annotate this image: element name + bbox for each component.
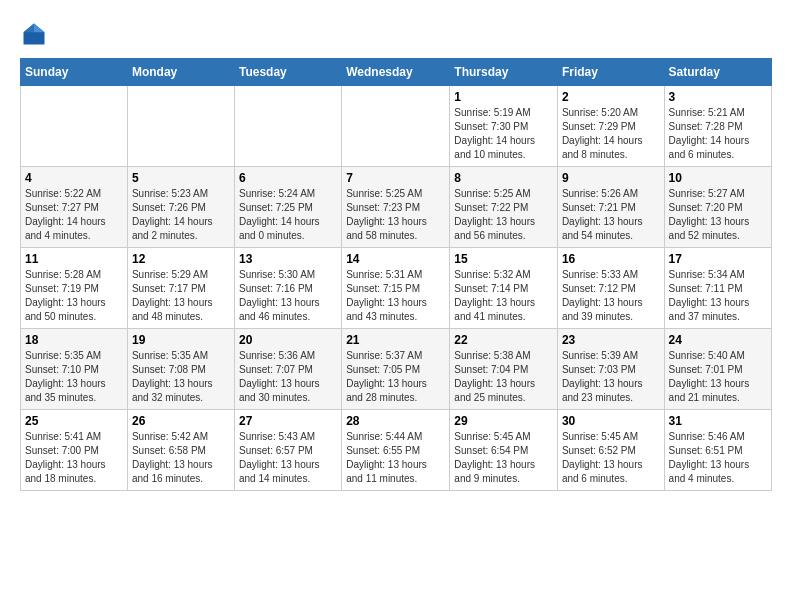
weekday-header: Sunday <box>21 59 128 86</box>
day-info: Sunrise: 5:24 AM Sunset: 7:25 PM Dayligh… <box>239 187 337 243</box>
calendar-cell: 3Sunrise: 5:21 AM Sunset: 7:28 PM Daylig… <box>664 86 771 167</box>
page-header <box>20 20 772 48</box>
calendar-cell: 8Sunrise: 5:25 AM Sunset: 7:22 PM Daylig… <box>450 167 558 248</box>
weekday-header: Friday <box>557 59 664 86</box>
calendar-cell: 16Sunrise: 5:33 AM Sunset: 7:12 PM Dayli… <box>557 248 664 329</box>
day-info: Sunrise: 5:40 AM Sunset: 7:01 PM Dayligh… <box>669 349 767 405</box>
calendar-cell: 25Sunrise: 5:41 AM Sunset: 7:00 PM Dayli… <box>21 410 128 491</box>
day-info: Sunrise: 5:32 AM Sunset: 7:14 PM Dayligh… <box>454 268 553 324</box>
day-info: Sunrise: 5:31 AM Sunset: 7:15 PM Dayligh… <box>346 268 445 324</box>
day-info: Sunrise: 5:39 AM Sunset: 7:03 PM Dayligh… <box>562 349 660 405</box>
weekday-row: SundayMondayTuesdayWednesdayThursdayFrid… <box>21 59 772 86</box>
day-info: Sunrise: 5:44 AM Sunset: 6:55 PM Dayligh… <box>346 430 445 486</box>
day-info: Sunrise: 5:35 AM Sunset: 7:10 PM Dayligh… <box>25 349 123 405</box>
logo-icon <box>20 20 48 48</box>
day-info: Sunrise: 5:43 AM Sunset: 6:57 PM Dayligh… <box>239 430 337 486</box>
day-number: 7 <box>346 171 445 185</box>
day-number: 9 <box>562 171 660 185</box>
calendar-cell: 11Sunrise: 5:28 AM Sunset: 7:19 PM Dayli… <box>21 248 128 329</box>
calendar-cell: 13Sunrise: 5:30 AM Sunset: 7:16 PM Dayli… <box>235 248 342 329</box>
weekday-header: Tuesday <box>235 59 342 86</box>
day-number: 12 <box>132 252 230 266</box>
day-info: Sunrise: 5:38 AM Sunset: 7:04 PM Dayligh… <box>454 349 553 405</box>
day-info: Sunrise: 5:21 AM Sunset: 7:28 PM Dayligh… <box>669 106 767 162</box>
calendar-cell: 5Sunrise: 5:23 AM Sunset: 7:26 PM Daylig… <box>127 167 234 248</box>
svg-marker-2 <box>24 24 35 33</box>
day-info: Sunrise: 5:30 AM Sunset: 7:16 PM Dayligh… <box>239 268 337 324</box>
day-info: Sunrise: 5:34 AM Sunset: 7:11 PM Dayligh… <box>669 268 767 324</box>
day-info: Sunrise: 5:26 AM Sunset: 7:21 PM Dayligh… <box>562 187 660 243</box>
calendar-week-row: 4Sunrise: 5:22 AM Sunset: 7:27 PM Daylig… <box>21 167 772 248</box>
day-number: 25 <box>25 414 123 428</box>
day-info: Sunrise: 5:23 AM Sunset: 7:26 PM Dayligh… <box>132 187 230 243</box>
day-number: 19 <box>132 333 230 347</box>
day-number: 15 <box>454 252 553 266</box>
day-number: 6 <box>239 171 337 185</box>
calendar-cell: 10Sunrise: 5:27 AM Sunset: 7:20 PM Dayli… <box>664 167 771 248</box>
day-number: 23 <box>562 333 660 347</box>
day-info: Sunrise: 5:45 AM Sunset: 6:52 PM Dayligh… <box>562 430 660 486</box>
day-number: 10 <box>669 171 767 185</box>
day-number: 11 <box>25 252 123 266</box>
calendar-cell: 20Sunrise: 5:36 AM Sunset: 7:07 PM Dayli… <box>235 329 342 410</box>
day-number: 31 <box>669 414 767 428</box>
day-info: Sunrise: 5:46 AM Sunset: 6:51 PM Dayligh… <box>669 430 767 486</box>
day-number: 3 <box>669 90 767 104</box>
day-info: Sunrise: 5:42 AM Sunset: 6:58 PM Dayligh… <box>132 430 230 486</box>
day-number: 20 <box>239 333 337 347</box>
day-number: 18 <box>25 333 123 347</box>
calendar-cell: 23Sunrise: 5:39 AM Sunset: 7:03 PM Dayli… <box>557 329 664 410</box>
day-number: 27 <box>239 414 337 428</box>
calendar-cell: 14Sunrise: 5:31 AM Sunset: 7:15 PM Dayli… <box>342 248 450 329</box>
day-info: Sunrise: 5:45 AM Sunset: 6:54 PM Dayligh… <box>454 430 553 486</box>
day-info: Sunrise: 5:35 AM Sunset: 7:08 PM Dayligh… <box>132 349 230 405</box>
calendar-cell: 30Sunrise: 5:45 AM Sunset: 6:52 PM Dayli… <box>557 410 664 491</box>
day-number: 26 <box>132 414 230 428</box>
weekday-header: Saturday <box>664 59 771 86</box>
day-info: Sunrise: 5:33 AM Sunset: 7:12 PM Dayligh… <box>562 268 660 324</box>
calendar-header: SundayMondayTuesdayWednesdayThursdayFrid… <box>21 59 772 86</box>
day-info: Sunrise: 5:22 AM Sunset: 7:27 PM Dayligh… <box>25 187 123 243</box>
day-info: Sunrise: 5:29 AM Sunset: 7:17 PM Dayligh… <box>132 268 230 324</box>
day-info: Sunrise: 5:28 AM Sunset: 7:19 PM Dayligh… <box>25 268 123 324</box>
day-info: Sunrise: 5:37 AM Sunset: 7:05 PM Dayligh… <box>346 349 445 405</box>
calendar-cell: 27Sunrise: 5:43 AM Sunset: 6:57 PM Dayli… <box>235 410 342 491</box>
calendar-week-row: 18Sunrise: 5:35 AM Sunset: 7:10 PM Dayli… <box>21 329 772 410</box>
calendar-cell: 12Sunrise: 5:29 AM Sunset: 7:17 PM Dayli… <box>127 248 234 329</box>
day-number: 8 <box>454 171 553 185</box>
day-number: 28 <box>346 414 445 428</box>
calendar-cell: 2Sunrise: 5:20 AM Sunset: 7:29 PM Daylig… <box>557 86 664 167</box>
weekday-header: Thursday <box>450 59 558 86</box>
calendar-cell: 31Sunrise: 5:46 AM Sunset: 6:51 PM Dayli… <box>664 410 771 491</box>
calendar-cell: 29Sunrise: 5:45 AM Sunset: 6:54 PM Dayli… <box>450 410 558 491</box>
calendar-week-row: 25Sunrise: 5:41 AM Sunset: 7:00 PM Dayli… <box>21 410 772 491</box>
calendar-cell: 22Sunrise: 5:38 AM Sunset: 7:04 PM Dayli… <box>450 329 558 410</box>
day-number: 16 <box>562 252 660 266</box>
day-info: Sunrise: 5:19 AM Sunset: 7:30 PM Dayligh… <box>454 106 553 162</box>
calendar-cell: 4Sunrise: 5:22 AM Sunset: 7:27 PM Daylig… <box>21 167 128 248</box>
day-number: 2 <box>562 90 660 104</box>
day-number: 4 <box>25 171 123 185</box>
calendar-week-row: 1Sunrise: 5:19 AM Sunset: 7:30 PM Daylig… <box>21 86 772 167</box>
calendar-body: 1Sunrise: 5:19 AM Sunset: 7:30 PM Daylig… <box>21 86 772 491</box>
day-info: Sunrise: 5:36 AM Sunset: 7:07 PM Dayligh… <box>239 349 337 405</box>
day-number: 13 <box>239 252 337 266</box>
calendar-cell <box>235 86 342 167</box>
calendar-cell <box>21 86 128 167</box>
calendar-cell <box>342 86 450 167</box>
calendar-cell: 21Sunrise: 5:37 AM Sunset: 7:05 PM Dayli… <box>342 329 450 410</box>
day-number: 22 <box>454 333 553 347</box>
day-number: 21 <box>346 333 445 347</box>
day-info: Sunrise: 5:27 AM Sunset: 7:20 PM Dayligh… <box>669 187 767 243</box>
weekday-header: Monday <box>127 59 234 86</box>
day-number: 24 <box>669 333 767 347</box>
day-number: 29 <box>454 414 553 428</box>
day-info: Sunrise: 5:25 AM Sunset: 7:23 PM Dayligh… <box>346 187 445 243</box>
day-number: 14 <box>346 252 445 266</box>
weekday-header: Wednesday <box>342 59 450 86</box>
calendar-week-row: 11Sunrise: 5:28 AM Sunset: 7:19 PM Dayli… <box>21 248 772 329</box>
calendar-cell <box>127 86 234 167</box>
day-info: Sunrise: 5:25 AM Sunset: 7:22 PM Dayligh… <box>454 187 553 243</box>
calendar-cell: 28Sunrise: 5:44 AM Sunset: 6:55 PM Dayli… <box>342 410 450 491</box>
calendar-cell: 19Sunrise: 5:35 AM Sunset: 7:08 PM Dayli… <box>127 329 234 410</box>
